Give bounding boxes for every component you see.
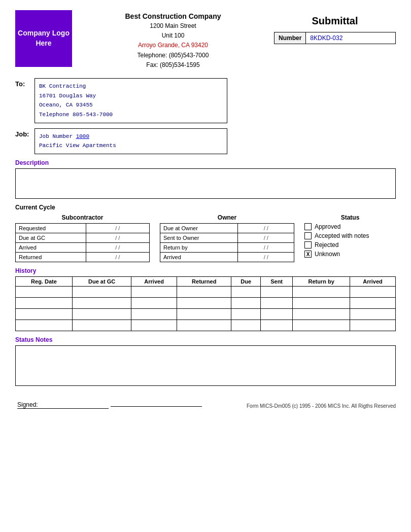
row-value: / / — [86, 224, 150, 233]
history-cell — [261, 298, 293, 309]
history-cell — [131, 298, 177, 309]
subcontractor-table: Requested/ /Due at GC/ /Arrived/ /Return… — [15, 223, 150, 262]
status-item-label: Rejected — [315, 241, 338, 249]
status-item: Approved — [304, 223, 396, 230]
row-value: / / — [238, 233, 294, 243]
history-cell — [177, 320, 231, 331]
history-cell — [16, 298, 73, 309]
history-label: History — [15, 267, 396, 274]
table-row — [16, 287, 396, 298]
history-cell — [177, 298, 231, 309]
history-column-header: Returned — [177, 277, 231, 287]
status-notes-section: Status Notes — [15, 336, 396, 386]
history-cell — [350, 287, 396, 298]
status-list: ApprovedAccepted with notesRejectedXUnkn… — [304, 223, 396, 258]
row-value: / / — [86, 243, 150, 253]
table-row: Arrived/ / — [16, 243, 150, 253]
table-row: Due at Owner/ / — [160, 224, 294, 233]
history-cell — [131, 287, 177, 298]
history-cell — [293, 309, 350, 320]
company-logo: Company Logo Here — [15, 10, 72, 67]
job-section: Job: Job Number 1000 Pacific View Apartm… — [15, 128, 396, 154]
cycle-tables: Subcontractor Requested/ /Due at GC/ /Ar… — [15, 214, 396, 262]
row-label: Arrived — [16, 243, 86, 253]
table-row — [16, 309, 396, 320]
status-checkbox[interactable]: X — [304, 251, 312, 258]
row-label: Sent to Owner — [160, 233, 238, 243]
status-checkbox[interactable] — [304, 241, 312, 249]
company-address2: Unit 100 — [82, 31, 264, 41]
history-cell — [72, 309, 131, 320]
cycle-title: Current Cycle — [15, 204, 396, 211]
history-cell — [350, 320, 396, 331]
company-address: 1200 Main Street Unit 100 Arroyo Grande,… — [82, 21, 264, 70]
current-cycle-section: Current Cycle Subcontractor Requested/ /… — [15, 204, 396, 262]
history-cell — [293, 320, 350, 331]
row-value: / / — [86, 233, 150, 243]
history-column-header: Sent — [261, 277, 293, 287]
job-number-line: Job Number 1000 — [39, 132, 223, 141]
history-cell — [177, 309, 231, 320]
status-checkbox[interactable] — [304, 232, 312, 239]
history-cell — [72, 287, 131, 298]
history-section: History Reg. DateDue at GCArrivedReturne… — [15, 267, 396, 331]
status-item-label: Approved — [315, 223, 340, 230]
row-label: Return by — [160, 243, 238, 253]
status-item-label: Unknown — [315, 251, 340, 258]
history-cell — [261, 287, 293, 298]
submittal-title: Submittal — [274, 15, 396, 27]
owner-table: Due at Owner/ /Sent to Owner/ /Return by… — [160, 223, 294, 262]
signed-underline — [111, 406, 202, 407]
history-cell — [131, 309, 177, 320]
subcontractor-title: Subcontractor — [15, 214, 150, 221]
company-info: Best Construction Company 1200 Main Stre… — [82, 10, 264, 70]
notes-box[interactable] — [15, 345, 396, 386]
row-value: / / — [238, 224, 294, 233]
number-value: 8KDKD-032 — [306, 32, 395, 44]
footer: Signed: Form MICS-Dm005 (c) 1995 - 2006 … — [15, 401, 396, 409]
job-number-link[interactable]: 1000 — [76, 133, 89, 139]
status-title: Status — [304, 214, 396, 221]
history-cell — [231, 309, 261, 320]
signed-label: Signed: — [17, 401, 109, 409]
table-row: Due at GC/ / — [16, 233, 150, 243]
description-box[interactable] — [15, 168, 396, 199]
submittal-info: Submittal Number 8KDKD-032 — [274, 10, 396, 44]
header: Company Logo Here Best Construction Comp… — [15, 10, 396, 70]
table-row — [16, 320, 396, 331]
submittal-number-row: Number 8KDKD-032 — [274, 32, 396, 44]
signed-line: Signed: — [15, 401, 202, 409]
row-label: Arrived — [160, 253, 238, 262]
history-cell — [131, 320, 177, 331]
history-cell — [16, 309, 73, 320]
history-column-header: Arrived — [350, 277, 396, 287]
history-column-header: Reg. Date — [16, 277, 73, 287]
status-checkbox[interactable] — [304, 223, 312, 230]
history-cell — [231, 320, 261, 331]
history-cell — [293, 287, 350, 298]
history-column-header: Arrived — [131, 277, 177, 287]
table-row: Sent to Owner/ / — [160, 233, 294, 243]
to-label: To: — [15, 78, 30, 88]
history-cell — [177, 287, 231, 298]
history-cell — [16, 320, 73, 331]
to-address: BK Contracting 16701 Douglas Way Oceano,… — [35, 78, 227, 123]
owner-title: Owner — [160, 214, 294, 221]
row-value: / / — [86, 253, 150, 262]
row-value: / / — [238, 243, 294, 253]
company-phone: Telephone: (805)543-7000 — [82, 51, 264, 60]
history-column-header: Due at GC — [72, 277, 131, 287]
row-label: Due at GC — [16, 233, 86, 243]
status-notes-label: Status Notes — [15, 336, 396, 343]
job-address: Job Number 1000 Pacific View Apartments — [35, 128, 227, 154]
history-column-header: Return by — [293, 277, 350, 287]
to-line3: Oceano, CA 93455 — [39, 100, 223, 110]
number-label: Number — [275, 32, 306, 44]
job-label: Job: — [15, 128, 30, 138]
company-city: Arroyo Grande, CA 93420 — [82, 41, 264, 50]
job-line2: Pacific View Apartments — [39, 141, 223, 151]
history-cell — [350, 298, 396, 309]
status-item: Rejected — [304, 241, 396, 249]
status-item: Accepted with notes — [304, 232, 396, 239]
history-cell — [350, 309, 396, 320]
